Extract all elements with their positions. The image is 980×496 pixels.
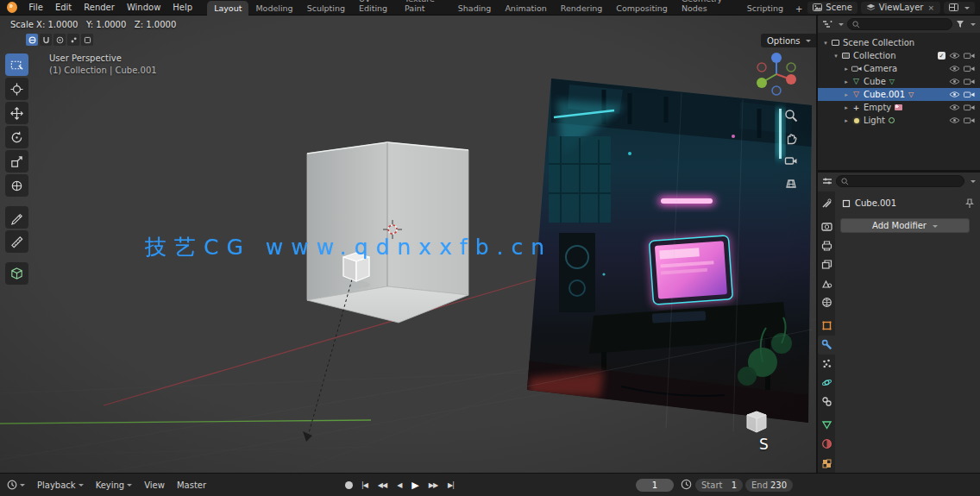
hide-eye-toggle[interactable] — [949, 116, 960, 124]
tool-scale[interactable] — [5, 150, 28, 173]
menu-help[interactable]: Help — [166, 3, 198, 12]
menu-master[interactable]: Master — [171, 480, 212, 490]
hide-eye-toggle[interactable] — [949, 52, 960, 60]
tab-layout[interactable]: Layout — [207, 1, 248, 16]
outliner-row-scene-collection[interactable]: ▾ Scene Collection — [818, 36, 980, 49]
render-visibility-toggle[interactable] — [964, 78, 975, 85]
tab-output[interactable] — [818, 235, 835, 254]
operator-panel[interactable]: Scale X: 1.0000 Y: 1.0000 Z: 1.0000 — [10, 20, 176, 29]
tool-transform[interactable] — [5, 174, 28, 197]
outliner-row-cube-001[interactable]: ▸ ▽ Cube.001 ▽ — [818, 88, 980, 101]
tab-view-layer[interactable] — [818, 254, 835, 273]
zoom-icon[interactable] — [782, 107, 801, 124]
previous-keyframe-button[interactable]: ◀◀ — [376, 481, 388, 489]
collection-checkbox[interactable]: ✓ — [938, 52, 945, 60]
menu-render[interactable]: Render — [78, 3, 121, 12]
tab-animation[interactable]: Animation — [498, 1, 553, 16]
viewlayer-unlink-icon[interactable]: × — [927, 3, 935, 12]
tab-scene[interactable] — [818, 273, 835, 292]
chevron-down-icon[interactable] — [971, 180, 976, 185]
render-visibility-toggle[interactable] — [964, 91, 975, 98]
tool-annotate[interactable] — [5, 206, 28, 229]
render-visibility-toggle[interactable] — [964, 52, 975, 60]
tool-measure[interactable] — [5, 230, 28, 253]
tab-modifiers[interactable] — [818, 336, 835, 355]
use-preview-range-icon[interactable] — [681, 479, 692, 490]
disclosure-icon[interactable]: ▾ — [832, 53, 840, 60]
disclosure-icon[interactable]: ▸ — [842, 78, 851, 85]
mini-toolbar-button-options[interactable] — [81, 34, 93, 46]
tab-physics[interactable] — [818, 374, 835, 392]
tab-material[interactable] — [818, 435, 835, 454]
tab-modeling[interactable]: Modeling — [248, 1, 299, 16]
outliner-row-light[interactable]: ▸ Light — [818, 114, 980, 127]
disclosure-icon[interactable]: ▸ — [842, 117, 851, 124]
add-workspace-button[interactable]: + — [790, 3, 807, 16]
tool-box-select[interactable] — [5, 53, 28, 76]
hide-eye-toggle[interactable] — [949, 104, 960, 111]
outliner-search-input[interactable] — [863, 20, 947, 28]
pan-hand-icon[interactable] — [782, 129, 801, 147]
tab-shading[interactable]: Shading — [451, 1, 499, 16]
render-visibility-toggle[interactable] — [964, 65, 975, 72]
chevron-down-icon[interactable] — [971, 23, 976, 28]
add-modifier-button[interactable]: Add Modifier — [840, 218, 970, 233]
render-visibility-toggle[interactable] — [964, 104, 975, 111]
filter-funnel-icon[interactable] — [956, 20, 964, 28]
hide-eye-toggle[interactable] — [949, 91, 960, 98]
outliner-row-collection[interactable]: ▾ Collection ✓ — [818, 49, 980, 62]
tab-object[interactable] — [818, 316, 835, 335]
menu-window[interactable]: Window — [121, 3, 166, 12]
frame-start-field[interactable]: Start 1 — [695, 479, 743, 492]
play-button[interactable]: ▶ — [410, 480, 419, 491]
ortho-perspective-icon[interactable] — [782, 174, 801, 191]
blender-logo-icon[interactable] — [7, 2, 17, 13]
tab-geometry-nodes[interactable]: Geometry Nodes — [675, 0, 740, 16]
3d-viewport[interactable]: Scale X: 1.0000 Y: 1.0000 Z: 1.0000 User… — [0, 16, 816, 473]
menu-keying[interactable]: Keying — [90, 480, 139, 490]
editor-layout-button[interactable] — [944, 2, 975, 14]
tab-rendering[interactable]: Rendering — [554, 1, 610, 16]
object-name[interactable]: Cube.001 — [855, 198, 896, 208]
tab-scripting[interactable]: Scripting — [740, 1, 790, 16]
camera-view-icon[interactable] — [782, 152, 801, 169]
properties-search-input[interactable] — [851, 177, 959, 185]
outliner-editor-icon[interactable] — [822, 20, 832, 28]
next-keyframe-button[interactable]: ▶▶ — [427, 481, 439, 489]
tab-particles[interactable] — [818, 355, 835, 374]
outliner-row-empty[interactable]: ▸ + Empty — [818, 101, 980, 114]
menu-file[interactable]: File — [22, 3, 49, 12]
render-visibility-toggle[interactable] — [964, 116, 975, 124]
disclosure-icon[interactable]: ▸ — [842, 91, 851, 98]
tab-uv-editing[interactable]: UV Editing — [352, 0, 398, 16]
disclosure-icon[interactable]: ▾ — [821, 40, 830, 47]
tab-world[interactable] — [818, 292, 835, 311]
tab-sculpting[interactable]: Sculpting — [300, 1, 352, 16]
play-reverse-button[interactable]: ◀ — [395, 481, 403, 489]
mini-toolbar-button-pivot[interactable] — [67, 34, 79, 46]
tab-texture[interactable] — [818, 454, 835, 473]
tool-rotate[interactable] — [5, 126, 28, 148]
timeline-editor-icon[interactable] — [0, 480, 31, 490]
mini-toolbar-button-proportional[interactable] — [53, 34, 66, 46]
tab-texture-paint[interactable]: Texture Paint — [398, 0, 451, 16]
tab-render[interactable] — [818, 217, 835, 235]
menu-view[interactable]: View — [138, 480, 171, 490]
tool-move[interactable] — [5, 102, 28, 124]
properties-editor-icon[interactable] — [822, 177, 832, 185]
outliner-row-cube[interactable]: ▸ ▽ Cube ▽ — [818, 75, 980, 88]
navigation-gizmo[interactable] — [752, 50, 801, 98]
menu-edit[interactable]: Edit — [49, 3, 78, 12]
disclosure-icon[interactable]: ▸ — [842, 104, 851, 111]
tab-active-tool[interactable] — [818, 193, 835, 212]
jump-to-start-button[interactable]: |◀ — [360, 481, 369, 489]
tab-constraints[interactable] — [818, 392, 835, 411]
tool-cursor[interactable] — [5, 78, 28, 100]
viewlayer-selector[interactable]: ViewLayer × — [861, 2, 940, 14]
hide-eye-toggle[interactable] — [949, 78, 960, 85]
outliner-search[interactable] — [847, 18, 952, 30]
disclosure-icon[interactable]: ▸ — [842, 66, 851, 72]
current-frame-field[interactable]: 1 — [636, 479, 674, 492]
jump-to-end-button[interactable]: ▶| — [446, 481, 455, 489]
frame-end-field[interactable]: End 230 — [745, 479, 793, 492]
